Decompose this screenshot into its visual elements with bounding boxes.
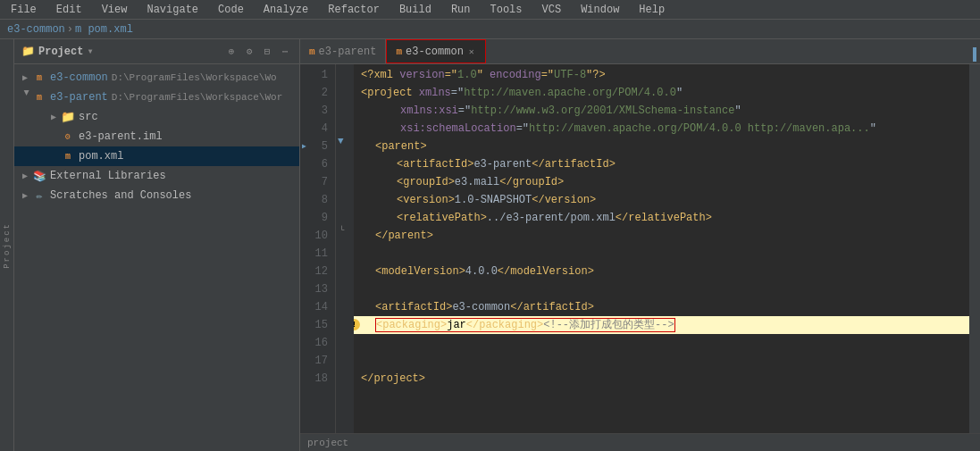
libs-icon: 📚 xyxy=(32,169,46,183)
tree-item-pom[interactable]: m pom.xml xyxy=(14,146,299,166)
main-area: Project 📁 Project ▾ ⊕ ⚙ ⊟ ⋯ ▶ m e3-commo… xyxy=(0,39,980,451)
menu-code[interactable]: Code xyxy=(214,2,247,18)
scrollbar[interactable] xyxy=(969,64,980,433)
bottom-breadcrumb-text: project xyxy=(307,438,348,448)
tree-item-external-libs[interactable]: ▶ 📚 External Libraries xyxy=(14,166,299,186)
line-2: 2 xyxy=(300,84,335,102)
code-line-5: <parent> xyxy=(354,138,969,155)
code-line-13 xyxy=(354,280,969,298)
editor-area: m e3-parent m e3-common ✕ 1 2 3 4 5 xyxy=(300,39,980,451)
expand-arrow-ext-libs: ▶ xyxy=(18,169,32,183)
folder-icon-src: 📁 xyxy=(61,110,75,124)
tree-item-e3-parent[interactable]: ▶ m e3-parent D:\ProgramFiles\Workspace\… xyxy=(14,88,299,107)
tab-e3-common[interactable]: m e3-common ✕ xyxy=(386,39,485,63)
menu-vcs[interactable]: VCS xyxy=(539,2,565,18)
expand-arrow-e3-parent: ▶ xyxy=(18,90,32,104)
scratches-label: Scratches and Consoles xyxy=(50,189,191,202)
line-4: 4 xyxy=(300,120,335,138)
menu-analyze[interactable]: Analyze xyxy=(260,2,312,18)
gutter: ▼ └ xyxy=(336,64,354,433)
line-8: 8 xyxy=(300,191,335,209)
menu-window[interactable]: Window xyxy=(577,2,623,18)
code-line-14: <artifactId>e3-common</artifactId> xyxy=(354,298,969,316)
packaging-highlight: <packaging>jar</packaging><!--添加打成包的类型--… xyxy=(375,318,675,332)
tab-close-e3-common[interactable]: ✕ xyxy=(467,46,476,58)
menu-build[interactable]: Build xyxy=(396,2,435,18)
breadcrumb-bar: e3-common › m pom.xml xyxy=(0,20,980,39)
menu-view[interactable]: View xyxy=(98,2,131,18)
e3-parent-path: D:\ProgramFiles\Workspace\Wor xyxy=(112,92,282,103)
breadcrumb-bottom: project xyxy=(300,433,980,451)
collapse-btn[interactable]: ⊟ xyxy=(260,45,274,59)
menu-bar: File Edit View Navigate Code Analyze Ref… xyxy=(0,0,980,20)
code-content[interactable]: <?xml version="1.0" encoding="UTF-8"?> <… xyxy=(354,64,969,433)
line-15: 15 xyxy=(300,316,335,334)
breadcrumb-pom-xml[interactable]: m pom.xml xyxy=(75,23,133,36)
line-9: 9 xyxy=(300,209,335,227)
code-line-9: <relativePath>../e3-parent/pom.xml</rela… xyxy=(354,209,969,227)
menu-tools[interactable]: Tools xyxy=(487,2,526,18)
sidebar-title-text: Project xyxy=(38,46,83,58)
expand-arrow-src: ▶ xyxy=(46,110,61,124)
expand-arrow-scratches: ▶ xyxy=(18,188,32,203)
e3-common-path: D:\ProgramFiles\Workspace\Wo xyxy=(112,72,277,83)
folder-icon: 📁 xyxy=(21,45,35,58)
code-line-8: <version>1.0-SNAPSHOT</version> xyxy=(354,191,969,209)
code-line-17 xyxy=(354,352,969,370)
menu-navigate[interactable]: Navigate xyxy=(143,2,202,18)
external-libs-label: External Libraries xyxy=(50,170,166,182)
sync-btn[interactable]: ⊕ xyxy=(224,45,239,59)
code-line-18: </project> xyxy=(354,370,969,388)
sidebar-tree: ▶ m e3-common D:\ProgramFiles\Workspace\… xyxy=(14,64,299,451)
sidebar-actions: ⊕ ⚙ ⊟ ⋯ xyxy=(224,45,292,59)
menu-run[interactable]: Run xyxy=(448,2,474,18)
code-line-1: <?xml version="1.0" encoding="UTF-8"?> xyxy=(354,66,969,84)
scratches-icon: ✏ xyxy=(32,188,46,203)
line-6: 6 xyxy=(300,155,335,173)
menu-file[interactable]: File xyxy=(7,2,40,18)
fold-marker-5[interactable]: ▼ xyxy=(338,136,344,146)
settings-btn[interactable]: ⚙ xyxy=(242,45,256,59)
code-line-7: <groupId>e3.mall</groupId> xyxy=(354,173,969,191)
tabs-bar: m e3-parent m e3-common ✕ xyxy=(300,39,980,64)
menu-refactor[interactable]: Refactor xyxy=(324,2,383,18)
menu-help[interactable]: Help xyxy=(635,2,668,18)
tree-item-e3-common[interactable]: ▶ m e3-common D:\ProgramFiles\Workspace\… xyxy=(14,68,299,88)
line-11: 11 xyxy=(300,245,335,263)
line-13: 13 xyxy=(300,280,335,298)
dropdown-icon[interactable]: ▾ xyxy=(87,45,93,58)
line-7: 7 xyxy=(300,173,335,191)
sidebar-header: 📁 Project ▾ ⊕ ⚙ ⊟ ⋯ xyxy=(14,39,299,64)
code-line-16 xyxy=(354,334,969,352)
iml-label: e3-parent.iml xyxy=(79,130,163,143)
project-vertical-label: Project xyxy=(3,222,12,269)
maven-icon-pom: m xyxy=(61,149,75,163)
module-icon-e3-parent: m xyxy=(32,90,46,104)
code-line-11 xyxy=(354,245,969,263)
e3-parent-label: e3-parent xyxy=(50,91,108,104)
line-18: 18 xyxy=(300,370,335,388)
tab-icon-e3-parent: m xyxy=(309,46,315,57)
module-icon-e3-common: m xyxy=(32,71,46,85)
breadcrumb-e3-common[interactable]: e3-common xyxy=(7,23,65,36)
tree-item-iml[interactable]: ⚙ e3-parent.iml xyxy=(14,127,299,146)
tree-item-src[interactable]: ▶ 📁 src xyxy=(14,107,299,127)
tree-item-scratches[interactable]: ▶ ✏ Scratches and Consoles xyxy=(14,186,299,205)
more-btn[interactable]: ⋯ xyxy=(278,45,292,59)
hint-icon: ! xyxy=(354,319,360,330)
src-label: src xyxy=(79,111,98,123)
line-1: 1 xyxy=(300,66,335,84)
sidebar: 📁 Project ▾ ⊕ ⚙ ⊟ ⋯ ▶ m e3-common D:\Pro… xyxy=(14,39,300,451)
tab-label-e3-parent: e3-parent xyxy=(319,46,377,58)
blue-accent xyxy=(973,47,976,62)
line-numbers: 1 2 3 4 5 6 7 8 9 10 11 12 13 14 15 16 1… xyxy=(300,64,336,433)
fold-end-10: └ xyxy=(339,226,344,235)
line-3: 3 xyxy=(300,102,335,120)
tab-e3-parent[interactable]: m e3-parent xyxy=(300,39,386,63)
line-12: 12 xyxy=(300,263,335,280)
iml-icon: ⚙ xyxy=(61,129,75,144)
menu-edit[interactable]: Edit xyxy=(53,2,86,18)
code-line-15: ! <packaging>jar</packaging><!--添加打成包的类型… xyxy=(354,316,969,334)
line-16: 16 xyxy=(300,334,335,352)
line-5: 5 xyxy=(300,138,335,155)
